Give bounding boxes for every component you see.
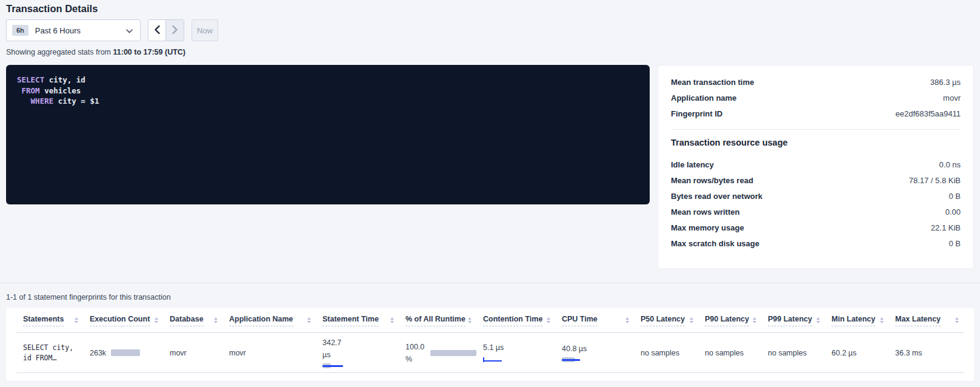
statement-time-bar bbox=[322, 363, 347, 369]
summary-label: Bytes read over network bbox=[671, 192, 762, 201]
summary-row: Mean rows written 0.00 bbox=[671, 204, 961, 220]
summary-row: Fingerprint ID ee2df683f5aa9411 bbox=[671, 106, 961, 121]
summary-value: 78.17 / 5.8 KiB bbox=[909, 176, 961, 185]
transaction-details-page: Transaction Details 6h Past 6 Hours Now bbox=[0, 0, 980, 387]
sort-icon[interactable] bbox=[625, 317, 629, 323]
column-header-p50-latency[interactable]: P50 Latency bbox=[634, 315, 698, 326]
time-controls: 6h Past 6 Hours Now bbox=[6, 19, 218, 41]
sql-line: WHERE city = $1 bbox=[17, 96, 639, 107]
column-header-database[interactable]: Database bbox=[163, 315, 222, 326]
cell-p99-latency: no samples bbox=[761, 349, 825, 357]
sort-icon[interactable] bbox=[155, 317, 158, 323]
summary-label: Idle latency bbox=[671, 160, 714, 169]
sort-icon[interactable] bbox=[690, 317, 693, 323]
sort-icon[interactable] bbox=[955, 317, 959, 323]
sort-icon[interactable] bbox=[390, 317, 394, 323]
cell-p90-latency: no samples bbox=[698, 349, 761, 357]
resource-usage-heading: Transaction resource usage bbox=[671, 138, 961, 147]
column-header-p99-latency[interactable]: P99 Latency bbox=[761, 315, 825, 326]
sql-line: SELECT city, id bbox=[17, 75, 639, 86]
time-range-badge: 6h bbox=[12, 25, 28, 36]
column-header-pct-of-all-runtime[interactable]: % of All Runtime bbox=[399, 315, 476, 326]
cell-execution-count: 263k bbox=[83, 349, 163, 357]
contention-time-bar bbox=[483, 357, 502, 363]
cpu-time-bar bbox=[562, 357, 584, 363]
sort-icon[interactable] bbox=[75, 317, 78, 323]
summary-row: Idle latency 0.0 ns bbox=[671, 156, 961, 172]
sort-icon[interactable] bbox=[547, 317, 550, 323]
execution-count-bar bbox=[111, 349, 140, 356]
summary-value: ee2df683f5aa9411 bbox=[896, 109, 961, 118]
cell-p50-latency: no samples bbox=[634, 349, 698, 357]
section-divider bbox=[0, 283, 980, 283]
previous-time-button[interactable] bbox=[148, 20, 166, 41]
statements-count-caption: 1-1 of 1 statement fingerprints for this… bbox=[6, 293, 171, 301]
summary-label: Max scratch disk usage bbox=[671, 239, 759, 248]
summary-row: Max scratch disk usage 0 B bbox=[671, 235, 961, 251]
sql-statement-box: SELECT city, id FROM vehicles WHERE city… bbox=[6, 65, 650, 204]
column-header-p90-latency[interactable]: P90 Latency bbox=[698, 315, 761, 326]
sort-icon[interactable] bbox=[468, 317, 472, 323]
summary-value: 386.3 µs bbox=[930, 78, 961, 87]
column-header-max-latency[interactable]: Max Latency bbox=[888, 315, 964, 326]
summary-row: Bytes read over network 0 B bbox=[671, 188, 961, 204]
summary-row: Mean rows/bytes read 78.17 / 5.8 KiB bbox=[671, 172, 961, 188]
cell-contention-time: 5.1 µs bbox=[476, 343, 555, 363]
column-header-contention-time[interactable]: Contention Time bbox=[476, 315, 555, 326]
summary-label: Max memory usage bbox=[671, 223, 744, 232]
summary-value: 22.1 KiB bbox=[931, 223, 961, 232]
page-title: Transaction Details bbox=[6, 3, 98, 15]
cell-database: movr bbox=[163, 349, 222, 357]
sql-line: FROM vehicles bbox=[17, 86, 639, 96]
sort-icon[interactable] bbox=[307, 317, 311, 323]
statement-fingerprint-link[interactable]: SELECT city, id FROM… bbox=[23, 343, 83, 363]
time-step-buttons bbox=[148, 19, 184, 41]
summary-label: Mean rows written bbox=[671, 207, 739, 217]
statements-table-header: Statements Execution Count Database Appl… bbox=[16, 308, 964, 333]
summary-value: 0.0 ns bbox=[939, 160, 961, 169]
sort-icon[interactable] bbox=[816, 317, 820, 323]
cell-statement-time: 342.7 µs bbox=[316, 337, 399, 369]
column-header-statements[interactable]: Statements bbox=[16, 315, 83, 326]
time-range-dropdown[interactable]: 6h Past 6 Hours bbox=[6, 19, 141, 41]
summary-label: Application name bbox=[671, 93, 736, 103]
summary-label: Mean transaction time bbox=[671, 78, 754, 87]
cell-max-latency: 36.3 ms bbox=[888, 349, 964, 357]
sort-icon[interactable] bbox=[880, 317, 884, 323]
summary-value: 0.00 bbox=[945, 207, 961, 217]
cell-cpu-time: 40.8 µs bbox=[555, 343, 634, 363]
aggregation-range-text: Showing aggregated stats from 11:00 to 1… bbox=[6, 48, 185, 56]
column-header-cpu-time[interactable]: CPU Time bbox=[555, 315, 634, 326]
chevron-down-icon bbox=[126, 25, 133, 36]
column-header-execution-count[interactable]: Execution Count bbox=[83, 315, 163, 326]
cell-statements: SELECT city, id FROM… bbox=[16, 343, 83, 363]
now-button[interactable]: Now bbox=[192, 19, 218, 41]
sort-icon[interactable] bbox=[753, 317, 756, 323]
column-header-statement-time[interactable]: Statement Time bbox=[316, 315, 399, 326]
table-row[interactable]: SELECT city, id FROM… 263k movr movr 342… bbox=[16, 333, 964, 373]
column-header-application-name[interactable]: Application Name bbox=[222, 315, 316, 326]
next-time-button[interactable] bbox=[166, 20, 184, 41]
aggregation-range-prefix: Showing aggregated stats from bbox=[6, 48, 113, 56]
time-range-label: Past 6 Hours bbox=[35, 26, 126, 35]
summary-value: 0 B bbox=[948, 239, 961, 248]
summary-label: Fingerprint ID bbox=[671, 109, 722, 118]
cell-pct-of-all-runtime: 100.0 % bbox=[399, 341, 476, 365]
summary-value: 0 B bbox=[948, 192, 961, 201]
statements-table: Statements Execution Count Database Appl… bbox=[6, 308, 974, 381]
summary-row: Mean transaction time 386.3 µs bbox=[671, 74, 961, 90]
summary-row: Application name movr bbox=[671, 90, 961, 106]
transaction-summary-panel: Mean transaction time 386.3 µs Applicati… bbox=[658, 65, 974, 269]
summary-label: Mean rows/bytes read bbox=[671, 176, 753, 185]
cell-application-name: movr bbox=[222, 349, 316, 357]
pct-runtime-bar bbox=[430, 350, 476, 356]
chevron-left-icon bbox=[155, 25, 160, 36]
summary-value: movr bbox=[943, 93, 961, 103]
summary-row: Max memory usage 22.1 KiB bbox=[671, 220, 961, 235]
column-header-min-latency[interactable]: Min Latency bbox=[825, 315, 888, 326]
aggregation-range-value: 11:00 to 17:59 (UTC) bbox=[113, 48, 185, 56]
cell-min-latency: 60.2 µs bbox=[825, 349, 888, 357]
sort-icon[interactable] bbox=[214, 317, 218, 323]
chevron-right-icon bbox=[172, 25, 178, 36]
summary-divider bbox=[671, 129, 961, 130]
